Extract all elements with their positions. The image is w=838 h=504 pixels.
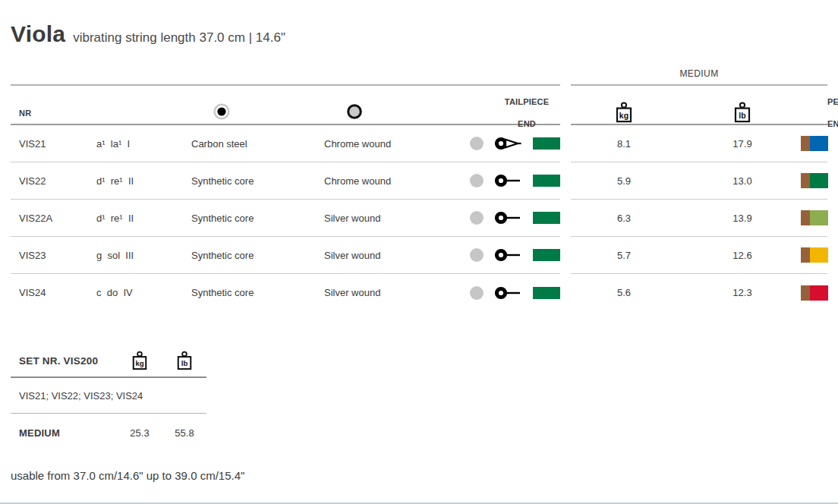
string-winding: Silver wound: [316, 213, 466, 224]
peg-color-swatch: [801, 173, 828, 188]
set-title: SET NR. VIS200: [11, 355, 117, 367]
ball-end-icon: [494, 285, 523, 301]
string-nr: VIS21: [11, 138, 88, 150]
peg-color-swatch: [801, 247, 828, 263]
tension-row: 5.7 12.6: [571, 237, 827, 274]
set-gauge-label: MEDIUM: [11, 427, 117, 439]
dot-icon: [470, 174, 484, 187]
svg-text:kg: kg: [619, 111, 628, 120]
strings-table-body: VIS21 a¹ la¹ I Carbon steel Chrome wound…: [11, 125, 560, 311]
column-header-kg: kg: [571, 102, 677, 124]
column-header-nr: NR: [11, 108, 88, 118]
string-nr: VIS22: [11, 175, 88, 187]
string-note: d¹ re¹ II: [88, 175, 183, 187]
dot-icon: [470, 286, 484, 300]
tension-lb-value: 17.9: [677, 138, 808, 150]
usable-length-note: usable from 37.0 cm/14.6" up to 39.0 cm/…: [11, 469, 244, 482]
page-title: Viola: [11, 21, 65, 47]
set-kg-value: 25.3: [117, 427, 162, 439]
ball-end-icon: [494, 247, 523, 263]
kg-weight-icon: kg: [615, 102, 633, 124]
tension-lb-value: 13.9: [677, 213, 808, 224]
string-core: Synthetic core: [183, 213, 316, 224]
page-header: Viola vibrating string length 37.0 cm | …: [11, 21, 285, 47]
silk-color-swatch: [533, 249, 560, 261]
tension-kg-value: 8.1: [571, 138, 677, 150]
column-header-tailpiece-end: TAILPIECE END: [466, 86, 560, 140]
viola-string-spec-page: Viola vibrating string length 37.0 cm | …: [0, 0, 838, 504]
lb-weight-icon: lb: [733, 102, 751, 124]
peg-color-swatch: [801, 210, 828, 225]
string-row: VIS23 g sol III Synthetic core Silver wo…: [11, 237, 560, 274]
set-table-header: SET NR. VIS200 kg lb: [11, 345, 206, 378]
string-winding: Chrome wound: [316, 138, 466, 150]
dot-icon: [470, 248, 484, 262]
tension-table: MEDIUM kg lb PEG END: [571, 65, 827, 311]
set-strings-row: VIS21; VIS22; VIS23; VIS24: [11, 378, 206, 414]
tension-kg-value: 5.9: [571, 175, 677, 187]
gauge-header: MEDIUM: [571, 65, 827, 84]
column-header-winding: [316, 92, 466, 134]
ball-end-icon: [494, 173, 523, 188]
set-lb-value: 55.8: [162, 427, 206, 439]
string-core: Synthetic core: [183, 287, 316, 298]
string-row: VIS22A d¹ re¹ II Synthetic core Silver w…: [11, 200, 560, 237]
kg-weight-icon: kg: [131, 351, 148, 371]
core-icon: [213, 103, 230, 120]
string-nr: VIS22A: [11, 213, 88, 224]
lb-weight-icon: lb: [176, 351, 193, 371]
winding-icon: [346, 103, 363, 120]
string-note: a¹ la¹ I: [88, 138, 183, 150]
string-winding: Silver wound: [316, 250, 466, 261]
string-note: g sol III: [88, 250, 183, 261]
silk-color-swatch: [533, 212, 560, 224]
svg-text:kg: kg: [135, 359, 143, 367]
peg-color-swatch: [801, 285, 828, 301]
tension-row: 6.3 13.9: [571, 200, 827, 237]
set-tension-row: MEDIUM 25.3 55.8: [11, 414, 206, 452]
string-row: VIS22 d¹ re¹ II Synthetic core Chrome wo…: [11, 162, 560, 200]
string-note: c do IV: [88, 287, 183, 298]
set-column-lb: lb: [162, 351, 206, 371]
string-note: d¹ re¹ II: [88, 213, 183, 224]
tension-kg-value: 5.6: [571, 287, 677, 298]
strings-table: NR TAILPIECE END VIS21 a¹ la¹ I Carbon: [11, 84, 560, 311]
page-subtitle: vibrating string length 37.0 cm | 14.6": [73, 30, 285, 46]
column-header-core: [183, 92, 316, 134]
string-winding: Chrome wound: [316, 175, 466, 187]
string-core: Carbon steel: [183, 138, 316, 150]
tension-kg-value: 5.7: [571, 250, 677, 261]
column-header-peg-end: PEG END: [808, 86, 827, 140]
string-row: VIS24 c do IV Synthetic core Silver woun…: [11, 274, 560, 311]
string-winding: Silver wound: [316, 287, 466, 298]
svg-text:lb: lb: [739, 111, 745, 120]
tension-row: 5.9 13.0: [571, 162, 827, 200]
loop-end-icon: [494, 136, 523, 151]
silk-color-swatch: [533, 137, 560, 150]
tension-lb-value: 13.0: [677, 175, 808, 187]
string-core: Synthetic core: [183, 175, 316, 187]
set-strings-list: VIS21; VIS22; VIS23; VIS24: [11, 390, 206, 402]
tension-kg-value: 6.3: [571, 213, 677, 224]
silk-color-swatch: [533, 175, 560, 187]
dot-icon: [470, 211, 484, 225]
ball-end-icon: [494, 210, 523, 225]
string-nr: VIS24: [11, 287, 88, 298]
column-header-lb: lb: [677, 102, 808, 124]
set-column-kg: kg: [117, 351, 162, 371]
strings-table-header: NR TAILPIECE END: [11, 84, 560, 125]
peg-color-swatch: [801, 136, 828, 151]
string-nr: VIS23: [11, 250, 88, 261]
tension-table-header: kg lb PEG END: [571, 84, 827, 125]
string-core: Synthetic core: [183, 250, 316, 261]
silk-color-swatch: [533, 287, 560, 299]
tension-table-body: 8.1 17.9 5.9 13.0 6.3 13.9 5.: [571, 125, 827, 311]
set-table: SET NR. VIS200 kg lb VIS21; VIS22; VIS23…: [11, 345, 206, 452]
tension-lb-value: 12.6: [677, 250, 808, 261]
dot-icon: [470, 137, 484, 150]
tension-row: 5.6 12.3: [571, 274, 827, 311]
tension-row: 8.1 17.9: [571, 125, 827, 162]
tension-lb-value: 12.3: [677, 287, 808, 298]
svg-text:lb: lb: [181, 359, 188, 367]
